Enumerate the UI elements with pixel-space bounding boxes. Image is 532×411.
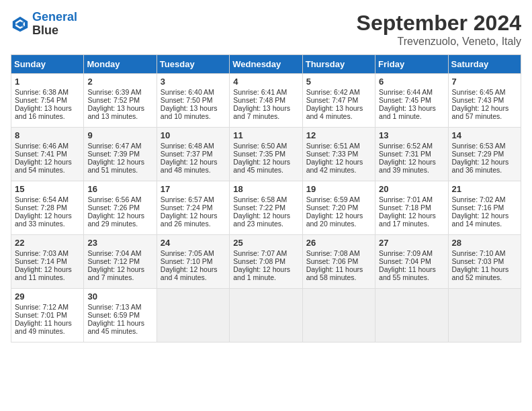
daylight-label: Daylight: 11 hours and 52 minutes. [452,265,509,281]
logo: General Blue [11,11,77,38]
sunrise-label: Sunrise: 6:46 AM [15,142,69,150]
day-number: 5 [306,77,371,87]
calendar-cell: 6 Sunrise: 6:44 AM Sunset: 7:45 PM Dayli… [375,74,448,128]
col-friday: Friday [375,55,448,74]
day-number: 22 [15,238,80,248]
day-number: 3 [161,77,226,87]
calendar-cell: 29 Sunrise: 7:12 AM Sunset: 7:01 PM Dayl… [11,289,84,342]
sunrise-label: Sunrise: 7:05 AM [161,249,214,257]
calendar-cell: 28 Sunrise: 7:10 AM Sunset: 7:03 PM Dayl… [448,235,521,289]
sunset-label: Sunset: 7:14 PM [15,257,67,265]
daylight-label: Daylight: 12 hours and 11 minutes. [15,265,72,281]
daylight-label: Daylight: 11 hours and 45 minutes. [87,319,144,335]
day-number: 4 [233,77,298,87]
calendar-cell: 5 Sunrise: 6:42 AM Sunset: 7:47 PM Dayli… [302,74,375,128]
daylight-label: Daylight: 13 hours and 1 minute. [379,104,436,120]
sunset-label: Sunset: 7:50 PM [161,96,213,104]
sunset-label: Sunset: 6:59 PM [87,311,140,319]
calendar-cell: 2 Sunrise: 6:39 AM Sunset: 7:52 PM Dayli… [84,74,157,128]
sunrise-label: Sunrise: 6:38 AM [15,88,69,96]
sunset-label: Sunset: 7:29 PM [452,150,504,158]
daylight-label: Daylight: 12 hours and 51 minutes. [87,158,144,174]
logo-text: General Blue [32,11,77,38]
daylight-label: Daylight: 13 hours and 4 minutes. [306,104,363,120]
day-number: 15 [15,184,80,194]
sunset-label: Sunset: 7:48 PM [233,96,285,104]
sunset-label: Sunset: 7:08 PM [233,257,285,265]
daylight-label: Daylight: 12 hours and 14 minutes. [452,212,509,228]
sunrise-label: Sunrise: 7:02 AM [452,195,506,203]
daylight-label: Daylight: 12 hours and 17 minutes. [379,212,436,228]
sunset-label: Sunset: 7:18 PM [379,203,431,212]
page-header: General Blue September 2024 Trevenzuolo,… [11,11,521,48]
sunrise-label: Sunrise: 6:45 AM [452,88,506,96]
daylight-label: Daylight: 12 hours and 33 minutes. [15,212,72,228]
calendar-cell: 22 Sunrise: 7:03 AM Sunset: 7:14 PM Dayl… [11,235,84,289]
month-title: September 2024 [357,11,521,36]
daylight-label: Daylight: 13 hours and 10 minutes. [161,104,218,120]
calendar-cell: 27 Sunrise: 7:09 AM Sunset: 7:04 PM Dayl… [375,235,448,289]
calendar-cell: 13 Sunrise: 6:52 AM Sunset: 7:31 PM Dayl… [375,128,448,181]
day-number: 24 [161,238,226,248]
sunrise-label: Sunrise: 7:01 AM [379,195,433,203]
sunset-label: Sunset: 7:45 PM [379,96,431,104]
day-number: 18 [233,184,298,194]
sunrise-label: Sunrise: 6:47 AM [87,142,141,150]
sunrise-label: Sunrise: 7:07 AM [233,249,287,257]
day-number: 2 [87,77,152,87]
sunset-label: Sunset: 7:04 PM [379,257,431,265]
daylight-label: Daylight: 12 hours and 23 minutes. [233,212,290,228]
day-number: 8 [15,130,80,140]
sunrise-label: Sunrise: 6:40 AM [161,88,214,96]
sunrise-label: Sunrise: 6:56 AM [87,195,141,203]
day-number: 7 [452,77,517,87]
day-number: 26 [306,238,371,248]
daylight-label: Daylight: 12 hours and 7 minutes. [87,265,144,281]
calendar-cell [157,289,229,342]
calendar-cell: 24 Sunrise: 7:05 AM Sunset: 7:10 PM Dayl… [157,235,229,289]
sunrise-label: Sunrise: 6:54 AM [15,195,69,203]
daylight-label: Daylight: 11 hours and 55 minutes. [379,265,436,281]
sunset-label: Sunset: 7:22 PM [233,203,285,212]
calendar-cell: 8 Sunrise: 6:46 AM Sunset: 7:41 PM Dayli… [11,128,84,181]
calendar-cell: 7 Sunrise: 6:45 AM Sunset: 7:43 PM Dayli… [448,74,521,128]
day-number: 9 [87,130,152,140]
day-number: 28 [452,238,517,248]
calendar-cell: 30 Sunrise: 7:13 AM Sunset: 6:59 PM Dayl… [84,289,157,342]
day-number: 25 [233,238,298,248]
sunset-label: Sunset: 7:41 PM [15,150,67,158]
sunrise-label: Sunrise: 7:10 AM [452,249,506,257]
calendar-cell: 19 Sunrise: 6:59 AM Sunset: 7:20 PM Dayl… [302,181,375,235]
daylight-label: Daylight: 12 hours and 29 minutes. [87,212,144,228]
daylight-label: Daylight: 12 hours and 4 minutes. [161,265,218,281]
sunset-label: Sunset: 7:24 PM [161,203,213,212]
day-number: 11 [233,130,298,140]
col-tuesday: Tuesday [157,55,229,74]
sunrise-label: Sunrise: 7:09 AM [379,249,433,257]
col-wednesday: Wednesday [230,55,302,74]
sunset-label: Sunset: 7:03 PM [452,257,504,265]
sunrise-label: Sunrise: 6:48 AM [161,142,214,150]
daylight-label: Daylight: 12 hours and 26 minutes. [161,212,218,228]
daylight-label: Daylight: 13 hours and 13 minutes. [87,104,144,120]
day-number: 16 [87,184,152,194]
day-number: 27 [379,238,444,248]
daylight-label: Daylight: 12 hours and 57 minutes. [452,104,509,120]
sunrise-label: Sunrise: 6:57 AM [161,195,214,203]
col-saturday: Saturday [448,55,521,74]
daylight-label: Daylight: 12 hours and 36 minutes. [452,158,509,174]
daylight-label: Daylight: 11 hours and 58 minutes. [306,265,363,281]
sunset-label: Sunset: 7:31 PM [379,150,431,158]
calendar-cell: 16 Sunrise: 6:56 AM Sunset: 7:26 PM Dayl… [84,181,157,235]
calendar-cell: 25 Sunrise: 7:07 AM Sunset: 7:08 PM Dayl… [230,235,302,289]
calendar-cell: 1 Sunrise: 6:38 AM Sunset: 7:54 PM Dayli… [11,74,84,128]
sunrise-label: Sunrise: 6:58 AM [233,195,287,203]
day-number: 12 [306,130,371,140]
day-number: 20 [379,184,444,194]
sunrise-label: Sunrise: 6:51 AM [306,142,360,150]
day-number: 29 [15,291,80,302]
day-number: 10 [161,130,226,140]
sunrise-label: Sunrise: 6:50 AM [233,142,287,150]
sunset-label: Sunset: 7:26 PM [87,203,140,212]
sunset-label: Sunset: 7:37 PM [161,150,213,158]
